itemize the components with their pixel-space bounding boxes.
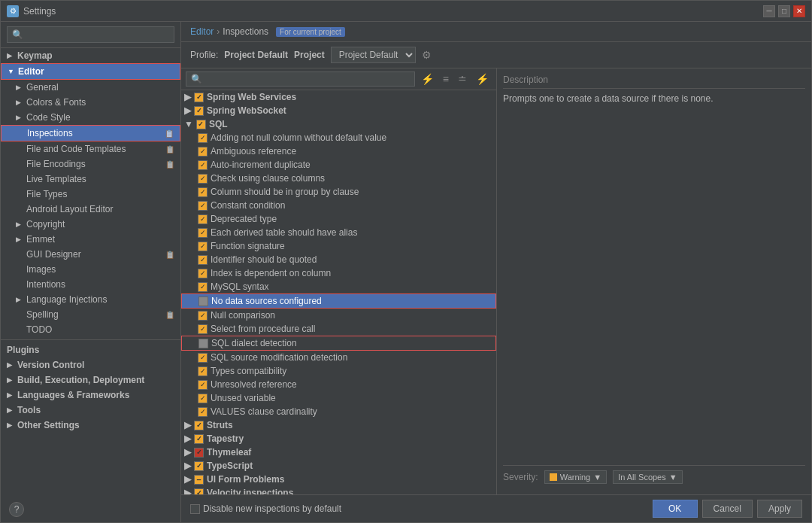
cb-derived[interactable] <box>198 228 208 238</box>
cb-sql-src[interactable] <box>198 353 208 363</box>
swss-checkbox[interactable] <box>194 106 204 116</box>
close-button[interactable]: ✕ <box>793 5 805 17</box>
group-sql[interactable]: ▼ SQL <box>181 117 496 131</box>
item-ambiguous-ref[interactable]: Ambiguous reference <box>181 144 496 158</box>
item-identifier-quoted[interactable]: Identifier should be quoted <box>181 253 496 266</box>
sidebar-item-languages[interactable]: ▶ Languages & Frameworks <box>1 388 180 403</box>
disable-new-inspections-check[interactable]: Disable new inspections by default <box>190 503 341 514</box>
group-spring-websocket[interactable]: ▶ Spring WebSocket <box>181 104 496 117</box>
cb-select-proc[interactable] <box>198 324 208 334</box>
group-velocity[interactable]: ▶ Velocity inspections <box>181 486 496 494</box>
sidebar-item-file-code-templates[interactable]: File and Code Templates 📋 <box>1 141 180 157</box>
inspection-search-input[interactable] <box>186 71 415 87</box>
item-mysql-syntax[interactable]: MySQL syntax <box>181 280 496 293</box>
sidebar-item-build[interactable]: ▶ Build, Execution, Deployment <box>1 372 180 388</box>
disable-checkbox[interactable] <box>190 504 200 514</box>
breadcrumb-editor[interactable]: Editor <box>190 26 214 37</box>
item-auto-increment[interactable]: Auto-increment duplicate <box>181 158 496 172</box>
cb-const[interactable] <box>198 201 208 211</box>
cb-func[interactable] <box>198 242 208 251</box>
item-unused-var[interactable]: Unused variable <box>181 391 496 405</box>
item-sql-dialect[interactable]: SQL dialect detection <box>181 336 496 351</box>
expand-all-button[interactable]: ≡ <box>440 71 452 87</box>
sort-button[interactable]: ⚡ <box>473 71 492 87</box>
item-derived-alias[interactable]: Each derived table should have alias <box>181 226 496 239</box>
item-deprecated-type[interactable]: Deprecated type <box>181 212 496 226</box>
profile-dropdown[interactable]: Project Default <box>331 47 416 63</box>
cb-types[interactable] <box>198 366 208 376</box>
cb-sql-dialect[interactable] <box>198 339 208 348</box>
sidebar-item-plugins[interactable]: Plugins <box>1 342 180 357</box>
cb-mysql[interactable] <box>198 282 208 292</box>
sidebar-item-emmet[interactable]: ▶ Emmet <box>1 232 180 247</box>
sidebar-item-copyright[interactable]: ▶ Copyright <box>1 217 180 232</box>
struts-checkbox[interactable] <box>194 421 204 430</box>
cb-col-group[interactable] <box>198 187 208 197</box>
sidebar-item-keymap[interactable]: ▶ Keymap <box>1 48 180 63</box>
item-index-dependent[interactable]: Index is dependent on column <box>181 266 496 280</box>
sidebar-item-inspections[interactable]: Inspections 📋 <box>1 125 180 141</box>
help-button[interactable]: ? <box>9 502 24 517</box>
collapse-all-button[interactable]: ≐ <box>455 71 470 87</box>
sidebar-item-file-encodings[interactable]: File Encodings 📋 <box>1 157 180 172</box>
thyme-checkbox[interactable] <box>194 448 204 458</box>
group-tapestry[interactable]: ▶ Tapestry <box>181 432 496 445</box>
minimize-button[interactable]: ─ <box>763 5 775 17</box>
scope-dropdown[interactable]: In All Scopes ▼ <box>613 470 682 484</box>
item-check-using[interactable]: Check using clause columns <box>181 172 496 185</box>
item-null-comparison[interactable]: Null comparison <box>181 309 496 322</box>
cb-check-using[interactable] <box>198 174 208 184</box>
cb-no-data[interactable] <box>198 296 208 306</box>
sql-checkbox[interactable] <box>196 120 206 129</box>
group-thymeleaf[interactable]: ▶ Thymeleaf <box>181 445 496 459</box>
sidebar-item-android-layout[interactable]: Android Layout Editor <box>1 202 180 217</box>
item-sql-source-mod[interactable]: SQL source modification detection <box>181 351 496 364</box>
cb-depr[interactable] <box>198 214 208 224</box>
sidebar-item-live-templates[interactable]: Live Templates <box>1 172 180 187</box>
sidebar-item-other-settings[interactable]: ▶ Other Settings <box>1 418 180 433</box>
cb-auto-inc[interactable] <box>198 160 208 170</box>
item-no-data-sources[interactable]: No data sources configured <box>181 293 496 309</box>
cb-null[interactable] <box>198 311 208 321</box>
sws-checkbox[interactable] <box>194 93 204 102</box>
sidebar-item-file-types[interactable]: File Types <box>1 187 180 202</box>
cb-ambiguous[interactable] <box>198 147 208 157</box>
sidebar-item-intentions[interactable]: Intentions <box>1 277 180 292</box>
group-struts[interactable]: ▶ Struts <box>181 418 496 432</box>
cb-unused[interactable] <box>198 394 208 403</box>
cb-add-not-null[interactable] <box>198 133 208 143</box>
cancel-button[interactable]: Cancel <box>702 500 753 518</box>
item-unresolved-ref[interactable]: Unresolved reference <box>181 378 496 391</box>
group-typescript[interactable]: ▶ TypeScript <box>181 459 496 473</box>
cb-index[interactable] <box>198 269 208 278</box>
filter-button[interactable]: ⚡ <box>418 71 437 87</box>
cb-values[interactable] <box>198 407 208 417</box>
ok-button[interactable]: OK <box>653 500 698 518</box>
sidebar-item-editor[interactable]: ▼ Editor <box>1 63 180 80</box>
item-select-proc[interactable]: Select from procedure call <box>181 322 496 336</box>
sidebar-item-language-injections[interactable]: ▶ Language Injections <box>1 292 180 307</box>
sidebar-item-tools[interactable]: ▶ Tools <box>1 403 180 418</box>
sidebar-item-colors-fonts[interactable]: ▶ Colors & Fonts <box>1 95 180 110</box>
cb-ident[interactable] <box>198 255 208 265</box>
item-function-sig[interactable]: Function signature <box>181 239 496 253</box>
vel-checkbox[interactable] <box>194 488 204 495</box>
item-values-clause[interactable]: VALUES clause cardinality <box>181 405 496 418</box>
sidebar-item-general[interactable]: ▶ General <box>1 80 180 95</box>
ts-checkbox[interactable] <box>194 461 204 471</box>
sidebar-item-images[interactable]: Images <box>1 262 180 277</box>
sidebar-search-input[interactable] <box>7 26 174 43</box>
sidebar-item-version-control[interactable]: ▶ Version Control <box>1 357 180 372</box>
tapestry-checkbox[interactable] <box>194 434 204 444</box>
group-ui-form[interactable]: ▶ – UI Form Problems <box>181 473 496 486</box>
apply-button[interactable]: Apply <box>757 500 802 518</box>
item-constant-cond[interactable]: Constant condition <box>181 199 496 212</box>
ui-checkbox[interactable]: – <box>194 475 204 485</box>
maximize-button[interactable]: □ <box>778 5 790 17</box>
severity-dropdown[interactable]: Warning ▼ <box>544 470 607 484</box>
sidebar-item-code-style[interactable]: ▶ Code Style <box>1 110 180 125</box>
group-spring-web-services[interactable]: ▶ Spring Web Services <box>181 90 496 104</box>
sidebar-item-gui-designer[interactable]: GUI Designer 📋 <box>1 247 180 262</box>
sidebar-item-spelling[interactable]: Spelling 📋 <box>1 307 180 322</box>
item-add-not-null[interactable]: Adding not null column without default v… <box>181 131 496 144</box>
